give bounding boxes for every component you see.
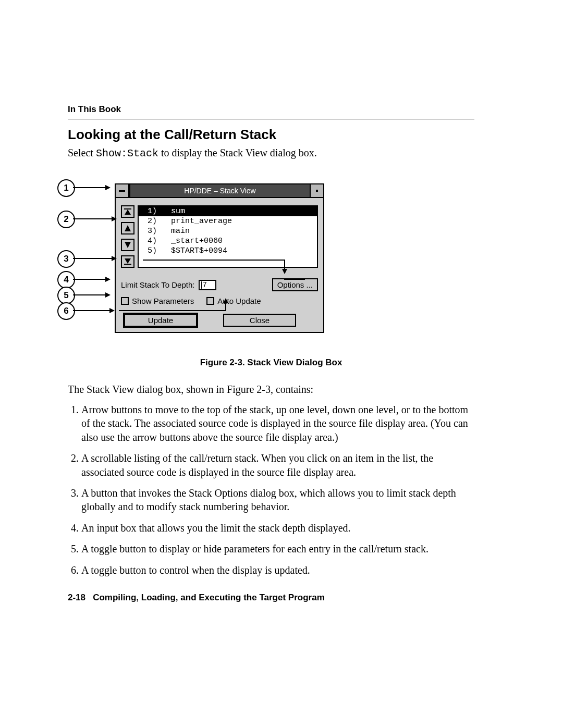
- system-menu-icon[interactable]: [116, 184, 129, 197]
- svg-rect-0: [124, 208, 131, 209]
- svg-marker-4: [125, 258, 131, 264]
- stack-row[interactable]: 1) sum: [139, 206, 317, 216]
- callout-2: 2: [57, 211, 75, 228]
- list-item: A toggle button to control when the disp…: [81, 563, 474, 577]
- limit-depth-input[interactable]: 7: [199, 280, 216, 290]
- svg-marker-2: [125, 225, 131, 231]
- show-parameters-label: Show Parameters: [132, 297, 194, 305]
- page-number: 2-18: [68, 593, 85, 602]
- update-button[interactable]: Update: [124, 314, 197, 327]
- stack-top-button[interactable]: [121, 205, 134, 218]
- close-button[interactable]: Close: [223, 314, 296, 327]
- section-title: Looking at the Call/Return Stack: [68, 127, 474, 143]
- lead-paragraph: The Stack View dialog box, shown in Figu…: [68, 384, 474, 396]
- intro-prefix: Select: [68, 147, 96, 158]
- stack-bottom-button[interactable]: [121, 255, 134, 268]
- stack-row[interactable]: 2) print_average: [139, 216, 317, 226]
- numbered-list: Arrow buttons to move to the top of the …: [68, 403, 474, 577]
- auto-update-checkbox[interactable]: [206, 297, 214, 305]
- intro-paragraph: Select Show:Stack to display the Stack V…: [68, 147, 474, 159]
- intro-suffix: to display the Stack View dialog box.: [158, 147, 317, 158]
- list-item: A toggle button to display or hide param…: [81, 542, 474, 556]
- dialog-title: HP/DDE – Stack View: [129, 184, 311, 197]
- limit-depth-value: 7: [202, 281, 206, 289]
- show-parameters-checkbox[interactable]: [121, 297, 129, 305]
- stack-row[interactable]: 5) $START$+0094: [139, 246, 317, 256]
- callout-5-line: [73, 294, 109, 295]
- callout-3: 3: [57, 250, 75, 268]
- list-item: An input box that allows you the limit t…: [81, 521, 474, 535]
- callout-2-line: [73, 218, 116, 219]
- inner-arrow-3a: [284, 279, 305, 280]
- footer-chapter: Compiling, Loading, and Executing the Ta…: [93, 593, 325, 602]
- stack-down-button[interactable]: [121, 239, 134, 251]
- callout-4: 4: [57, 271, 75, 289]
- stack-row[interactable]: 4) _start+0060: [139, 236, 317, 246]
- arrow-column: [121, 205, 134, 268]
- figure-caption: Figure 2-3. Stack View Dialog Box: [68, 357, 474, 368]
- callout-1: 1: [57, 179, 75, 197]
- callout-5: 5: [57, 287, 75, 304]
- callout-1-line: [73, 187, 109, 188]
- intro-code: Show:Stack: [96, 147, 158, 159]
- callout-6: 6: [57, 302, 75, 320]
- limit-depth-label: Limit Stack To Depth:: [121, 280, 194, 289]
- options-button[interactable]: Options ...: [272, 278, 318, 291]
- stack-up-button[interactable]: [121, 222, 134, 235]
- callout-4-line: [73, 279, 109, 280]
- page-footer: 2-18 Compiling, Loading, and Executing t…: [68, 593, 474, 603]
- list-item: Arrow buttons to move to the top of the …: [81, 403, 474, 444]
- list-item: A scrollable listing of the call/return …: [81, 451, 474, 479]
- inner-arrow-6b: [225, 299, 226, 311]
- inner-arrow-3c: [143, 260, 284, 261]
- callout-6-line: [73, 310, 114, 311]
- inner-arrow-6a: [119, 310, 225, 311]
- list-item: A button that invokes the Stack Options …: [81, 486, 474, 514]
- maximize-icon[interactable]: [311, 184, 323, 197]
- svg-rect-5: [124, 264, 131, 265]
- figure-2-3: 1 2 3 4 5 6 HP/DDE – Stack View: [115, 183, 427, 345]
- svg-marker-1: [125, 209, 131, 215]
- svg-marker-3: [125, 242, 131, 248]
- callout-3-line: [73, 258, 116, 259]
- inner-arrow-3b: [284, 260, 285, 273]
- stack-row[interactable]: 3) main: [139, 226, 317, 236]
- head-rule: [68, 119, 474, 119]
- titlebar: HP/DDE – Stack View: [116, 184, 323, 198]
- running-head: In This Book: [68, 104, 474, 115]
- stack-listbox[interactable]: 1) sum 2) print_average 3) main 4) _star…: [138, 205, 318, 268]
